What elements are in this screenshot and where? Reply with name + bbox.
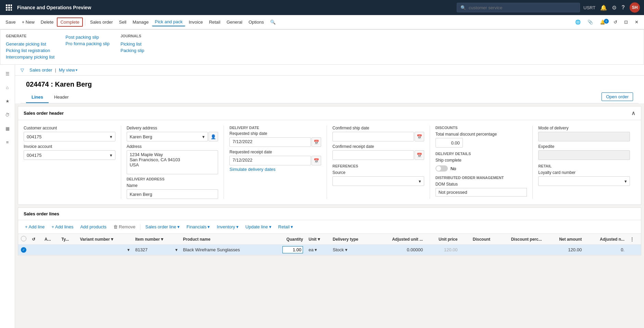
pro-forma-packing-slip[interactable]: Pro forma packing slip: [65, 40, 110, 47]
calendar-icon-2[interactable]: 📅: [312, 156, 321, 165]
col-discounts: DISCOUNTS Total manual discount percenta…: [430, 126, 533, 199]
name-input[interactable]: [127, 189, 218, 199]
picking-list-registration[interactable]: Picking list registration: [6, 47, 54, 54]
simulate-delivery-link[interactable]: Simulate delivery dates: [229, 167, 275, 172]
invoice-button[interactable]: Invoice: [186, 18, 205, 26]
avatar[interactable]: SH: [630, 2, 640, 13]
save-button[interactable]: Save: [3, 18, 18, 26]
pick-and-pack-button[interactable]: Pick and pack: [152, 18, 185, 26]
row-variant-number[interactable]: ▾: [77, 245, 132, 255]
packing-slip-journal[interactable]: Packing slip: [121, 47, 144, 54]
update-line-button[interactable]: Update line ▾: [243, 223, 274, 231]
sales-order-button[interactable]: Sales order: [87, 18, 115, 26]
retail-button[interactable]: Retail: [206, 18, 223, 26]
general-button[interactable]: General: [224, 18, 245, 26]
delivery-address-select[interactable]: Karen Berg ▾: [127, 132, 208, 141]
total-manual-discount-input[interactable]: [435, 138, 463, 148]
row-unit[interactable]: ea ▾: [306, 245, 330, 255]
retail-lines-button[interactable]: Retail ▾: [276, 223, 296, 231]
header-checkbox[interactable]: [21, 236, 26, 241]
section-header-lines[interactable]: Sales order lines: [18, 208, 641, 220]
bookmark-icon[interactable]: 📎: [585, 18, 596, 26]
collapse-icon[interactable]: ∧: [631, 110, 635, 116]
customer-account-select[interactable]: 004175 ▾: [24, 132, 115, 141]
add-line-button[interactable]: + Add line: [22, 223, 47, 231]
address-label: Address: [127, 144, 218, 149]
add-lines-button[interactable]: + Add lines: [49, 223, 76, 231]
generate-picking-list[interactable]: Generate picking list: [6, 41, 54, 47]
calendar-icon-1[interactable]: 📅: [312, 137, 321, 147]
sidebar-item-favorites[interactable]: ★: [1, 95, 14, 107]
sidebar-item-menu[interactable]: ☰: [1, 67, 14, 80]
confirmed-ship-date-input[interactable]: [332, 132, 414, 141]
requested-ship-date-input[interactable]: 7/12/2022: [229, 137, 311, 147]
filter-icon[interactable]: ▽: [21, 67, 24, 73]
maximize-icon[interactable]: ⊡: [621, 18, 631, 26]
invoice-account-field: Invoice account 004175 ▾: [24, 144, 115, 160]
tab-lines[interactable]: Lines: [26, 92, 49, 103]
notification-icon[interactable]: 🔔: [600, 4, 607, 11]
sidebar-item-recent[interactable]: ⏱: [1, 109, 14, 121]
add-products-button[interactable]: Add products: [77, 223, 109, 231]
address-textarea[interactable]: [127, 150, 218, 174]
inventory-button[interactable]: Inventory ▾: [214, 223, 241, 231]
ship-complete-toggle: No: [435, 165, 527, 172]
loyalty-card-select[interactable]: ▾: [538, 176, 630, 186]
complete-button[interactable]: Complete: [57, 17, 83, 27]
post-packing-slip[interactable]: Post packing slip: [65, 34, 110, 40]
sell-button[interactable]: Sell: [116, 18, 129, 26]
quantity-input[interactable]: [282, 246, 303, 253]
expedite-input[interactable]: [538, 150, 630, 160]
requested-receipt-date-input[interactable]: 7/12/2022: [229, 156, 311, 165]
sales-order-line-button[interactable]: Sales order line ▾: [142, 223, 182, 231]
row-checkbox[interactable]: ✓: [18, 245, 29, 255]
globe-icon[interactable]: 🌐: [572, 18, 583, 26]
ship-complete-label: Ship complete: [435, 158, 527, 163]
sidebar-item-workspaces[interactable]: ▦: [1, 122, 14, 135]
row-quantity[interactable]: [269, 245, 306, 255]
refresh-icon[interactable]: ↺: [611, 18, 620, 26]
calendar-icon-3[interactable]: 📅: [415, 132, 424, 141]
ship-complete-toggle-control[interactable]: [435, 165, 448, 172]
col-delivery-type: Delivery type: [330, 234, 374, 245]
view-selector[interactable]: My view ▾: [59, 67, 77, 73]
section-header-sales-order[interactable]: Sales order header ∧: [18, 106, 641, 120]
delivery-address-section-field: DELIVERY ADDRESS Name: [127, 177, 218, 199]
search-input[interactable]: [469, 5, 576, 10]
sidebar-item-list[interactable]: ≡: [1, 136, 14, 148]
row-more: [627, 245, 641, 255]
dropdown-icon-5: ▾: [624, 179, 627, 184]
row-delivery-type[interactable]: Stock ▾: [330, 245, 374, 255]
new-button[interactable]: + New: [19, 18, 37, 26]
toolbar-sep-1: [85, 19, 85, 26]
breadcrumb-text[interactable]: Sales order: [29, 67, 52, 73]
tab-header[interactable]: Header: [49, 92, 74, 103]
invoice-account-select[interactable]: 004175 ▾: [24, 150, 115, 160]
delivery-type-dropdown-icon: ▾: [345, 247, 348, 252]
sidebar-item-home[interactable]: ⌂: [1, 81, 14, 93]
dom-status-label: DOM Status: [435, 182, 527, 187]
notification-toolbar-icon[interactable]: 🔔0: [597, 18, 609, 26]
delete-button[interactable]: Delete: [38, 18, 56, 26]
address-edit-button[interactable]: 👤: [209, 132, 218, 141]
intercompany-picking-list[interactable]: Intercompany picking list: [6, 54, 54, 60]
confirmed-receipt-date-input[interactable]: [332, 150, 414, 160]
row-item-number[interactable]: 81327 ▾: [132, 245, 180, 255]
close-icon[interactable]: ✕: [632, 18, 641, 26]
financials-button[interactable]: Financials ▾: [184, 223, 213, 231]
row-discount-perc: [493, 245, 545, 255]
options-button[interactable]: Options: [246, 18, 267, 26]
settings-icon[interactable]: ⚙: [612, 4, 617, 11]
remove-button[interactable]: 🗑 Remove: [111, 223, 138, 231]
col-net-amount: Net amount: [545, 234, 584, 245]
open-order-button[interactable]: Open order: [602, 92, 633, 101]
global-search[interactable]: 🔍: [457, 3, 580, 12]
source-select[interactable]: ▾: [332, 176, 424, 186]
manage-button[interactable]: Manage: [130, 18, 151, 26]
picking-list-journal[interactable]: Picking list: [121, 41, 144, 47]
waffle-button[interactable]: [4, 3, 14, 12]
mode-of-delivery-input[interactable]: [538, 132, 630, 141]
help-icon[interactable]: ?: [621, 4, 625, 11]
calendar-icon-4[interactable]: 📅: [415, 150, 424, 160]
search-toolbar-button[interactable]: 🔍: [267, 18, 278, 26]
